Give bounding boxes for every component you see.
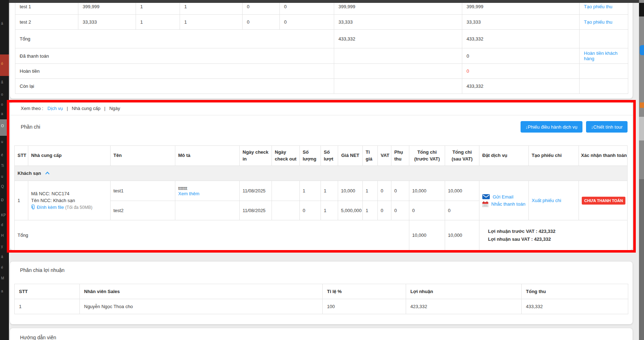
see-more-link[interactable]: Xem thêm <box>178 191 199 196</box>
net-price: 10,000 <box>338 181 363 201</box>
total-after-vat: 10,000 <box>445 181 479 201</box>
nav-item-fragment: d <box>1 223 3 227</box>
header-row: STT Nhân viên Sales Tỉ lệ % Lợi nhuận Tổ… <box>15 284 628 299</box>
total-before-vat: 10,000 <box>409 220 445 250</box>
price: 33,333 <box>78 15 136 30</box>
nav-item-fragment: a <box>1 289 3 293</box>
operation-sheet-button[interactable]: ↓Phiếu điều hành dịch vụ <box>521 121 582 133</box>
remaining-value: 433,332 <box>462 79 580 94</box>
col-header: Tạo phiếu chi <box>529 146 579 166</box>
right-edge-panel <box>639 0 644 340</box>
expense-total-row: Tổng 10,000 10,000 Lợi nhuận trước VAT :… <box>15 220 628 250</box>
paperclip-icon <box>31 205 35 210</box>
nav-item-fragment: é <box>1 265 3 269</box>
profit-share-table: STT Nhân viên Sales Tỉ lệ % Lợi nhuận Tổ… <box>14 284 628 314</box>
separator: | <box>67 106 68 111</box>
service-name: test 2 <box>15 15 78 30</box>
row-index: 1 <box>15 299 80 314</box>
total-after: 33,333 <box>462 15 580 30</box>
export-payment-voucher-link[interactable]: Xuất phiếu chi <box>532 198 561 203</box>
col-header: Phụ thu <box>391 146 409 166</box>
profit-before-vat: Lợi nhuận trước VAT : 423,332 <box>488 229 624 234</box>
profit-summary-cell: Lợi nhuận trước VAT : 423,332 Lợi nhuận … <box>479 220 628 250</box>
col-header: Xác nhận thanh toán <box>579 146 628 166</box>
quantity: 0 <box>300 201 321 220</box>
chevron-up-icon[interactable] <box>45 172 50 174</box>
send-email-link[interactable]: Gửi Email <box>493 194 513 200</box>
nav-item-fragment: Đ <box>1 198 4 202</box>
tour-guide-card: Hướng dẫn viên <box>10 328 633 340</box>
surcharge: 0 <box>391 181 409 201</box>
col-header: Tỉ lệ % <box>323 284 406 299</box>
col-header: Ngày check out <box>272 146 300 166</box>
view-by-bar: Xem theo : Dịch vụ | Nhà cung cấp | Ngày <box>10 102 633 115</box>
nav-item-fragment: u <box>1 174 3 178</box>
window-top-bar <box>0 0 644 3</box>
total-after: 433,332 <box>462 30 580 48</box>
check-in-date: 11/08/2025 <box>240 181 272 201</box>
calendar-icon <box>482 201 488 207</box>
quantity: 1 <box>136 15 180 30</box>
nav-item-fragment: o <box>1 102 3 106</box>
nav-item-fragment: Q <box>1 185 4 188</box>
expense-table: STT Nhà cung cấp Tên Mô tả Ngày check in… <box>14 145 628 250</box>
row-index: 1 <box>15 181 28 220</box>
view-by-supplier-tab[interactable]: Nhà cung cấp <box>72 106 101 111</box>
col-header: Ngày check in <box>240 146 272 166</box>
refund-customer-link[interactable]: Hoàn tiền khách hàng <box>584 51 618 61</box>
check-in-date: 11/08/2025 <box>240 201 272 220</box>
nav-item-fragment: ã <box>1 80 3 84</box>
view-by-label: Xem theo : <box>21 106 43 111</box>
view-by-service-tab[interactable]: Dịch vụ <box>48 106 63 111</box>
nav-item-fragment: O <box>1 124 4 128</box>
col-header: Tổng chi (sau VAT) <box>445 146 479 166</box>
net-price: 5,000,000 <box>338 201 363 220</box>
create-receipt-link[interactable]: Tạo phiếu thu <box>584 19 613 25</box>
vat: 0 <box>378 181 391 201</box>
supplier-name: Tên NCC: Khách sạn <box>31 198 107 203</box>
payment-status-badge[interactable]: CHƯA THANH TOÁN <box>582 197 625 205</box>
col-header: STT <box>15 284 80 299</box>
total-after-vat: 0 <box>445 201 479 220</box>
col-header: Đặt dịch vụ <box>479 146 529 166</box>
right-panel-orange-block <box>640 102 644 108</box>
separator: | <box>104 106 105 111</box>
service-name: test 1 <box>15 3 78 15</box>
expense-section-title: Phần chi <box>21 124 40 130</box>
refund-label: Hoàn tiền <box>15 64 334 79</box>
value: 0 <box>280 15 334 30</box>
turns: 1 <box>180 3 243 15</box>
supplier-code: Mã NCC: NCC174 <box>31 191 107 196</box>
check-out-date <box>272 181 300 201</box>
value: 0 <box>243 15 280 30</box>
check-out-date <box>272 201 300 220</box>
nav-item-fragment: ó <box>1 62 3 66</box>
nav-item-fragment: H <box>1 234 4 238</box>
supplier-cell: Mã NCC: NCC174 Tên NCC: Khách sạn Đính k… <box>28 181 111 220</box>
turns: 1 <box>321 181 338 201</box>
sales-name: Nguyễn Ngọc Thoa cho <box>80 299 323 314</box>
exchange-rate: 1 <box>363 181 378 201</box>
email-icon <box>482 194 490 199</box>
right-panel-blue-icon[interactable] <box>640 45 644 55</box>
col-header: Tổng chi (trước VAT) <box>409 146 445 166</box>
attach-size-note: (Tối đa 50MB) <box>65 205 92 210</box>
service-name: test2 <box>111 201 175 220</box>
remaining-label: Còn lại <box>15 79 334 94</box>
col-header: Lợi nhuận <box>406 284 522 299</box>
col-header: Giá NET <box>338 146 363 166</box>
total-before-vat: 0 <box>409 201 445 220</box>
turns: 1 <box>180 15 243 30</box>
create-receipt-link[interactable]: Tạo phiếu thu <box>584 4 613 9</box>
nav-item-fragment: o <box>1 92 3 96</box>
view-by-date-tab[interactable]: Ngày <box>109 106 120 111</box>
revenue-summary-table: test 1 399,999 1 1 0 0 399,999 399,999 T… <box>15 3 628 94</box>
nav-item-fragment: ỵ <box>1 244 3 248</box>
table-row: 1 Nguyễn Ngọc Thoa cho 100 423,332 433,3… <box>15 299 628 314</box>
tour-costing-button[interactable]: ↓Chiết tính tour <box>586 121 628 133</box>
payment-reminder-link[interactable]: Nhắc thanh toán <box>491 201 525 207</box>
left-nav-collapsed: á ó ã o o a O u é Ti u Q Đ KP d H ỵ á é … <box>0 0 9 340</box>
attach-file-link[interactable]: Đính kèm file <box>37 205 64 210</box>
supplier-group-row[interactable]: Khách sạn <box>15 166 628 181</box>
col-header: Số lượt <box>321 146 338 166</box>
